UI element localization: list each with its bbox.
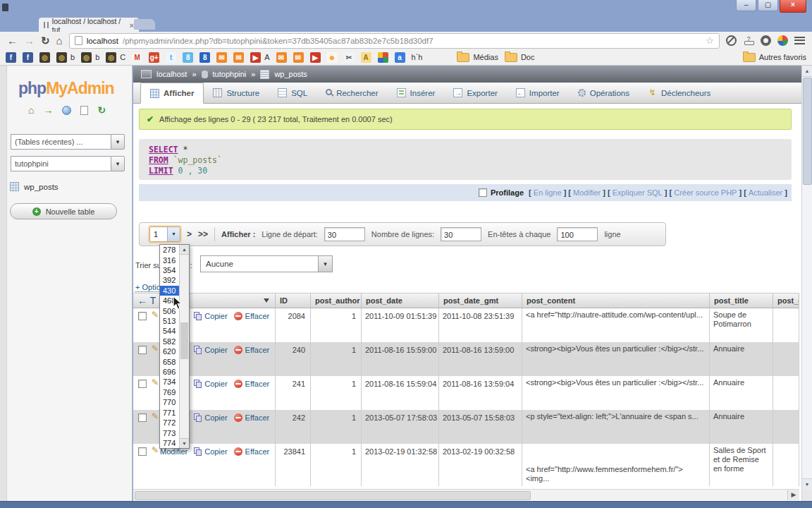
tab-exporter[interactable]: Exporter — [444, 83, 506, 103]
bookmark-item[interactable]: h`h — [412, 53, 423, 61]
globe-icon[interactable] — [62, 106, 71, 115]
profiling-link[interactable]: [ Expliquer SQL ] — [608, 188, 669, 197]
edit-icon[interactable] — [152, 412, 159, 421]
chevron-down-icon[interactable]: ▾ — [111, 134, 125, 150]
page-option-582[interactable]: 582 — [160, 337, 179, 346]
bookmark-favicon[interactable]: ✉ — [276, 52, 287, 63]
bookmark-favicon[interactable]: M — [132, 52, 142, 63]
next-page-button[interactable]: > — [187, 229, 192, 239]
page-option-773[interactable]: 773 — [160, 428, 179, 437]
bookmark-star-icon[interactable]: ☆ — [706, 35, 714, 46]
column-header-post_content[interactable]: post_content — [522, 294, 710, 308]
bookmark-favicon[interactable]: t — [166, 52, 176, 63]
chevron-down-icon[interactable]: ▾ — [167, 227, 180, 241]
forward-icon[interactable]: → — [24, 34, 35, 48]
bookmark-folder-medias[interactable]: Médias — [457, 53, 498, 62]
tab-insérer[interactable]: Insérer — [388, 83, 445, 103]
copy-icon[interactable] — [194, 380, 202, 388]
page-option-513[interactable]: 513 — [160, 316, 179, 326]
vertical-scrollbar[interactable]: ▲ ▼ — [801, 66, 812, 490]
page-option-774[interactable]: 774 — [160, 438, 179, 448]
copy-link[interactable]: Copier — [204, 447, 227, 456]
tab-sql[interactable]: SQL — [269, 83, 316, 103]
bookmark-favicon[interactable]: ✂ — [344, 52, 355, 63]
row-count-input[interactable] — [441, 227, 481, 241]
breadcrumb-database[interactable]: tutophpini — [213, 70, 247, 78]
start-row-input[interactable] — [324, 227, 365, 241]
bookmark-favicon[interactable] — [378, 52, 388, 63]
scroll-up-icon[interactable]: ▲ — [802, 66, 812, 77]
database-select[interactable]: tutophpini ▾ — [11, 156, 125, 171]
horizontal-scrollbar[interactable]: ▶ — [133, 489, 799, 500]
bookmark-favicon[interactable]: ✉ — [216, 52, 227, 63]
page-option-278[interactable]: 278 — [160, 245, 179, 255]
copy-link[interactable]: Copier — [204, 312, 227, 321]
dropdown-scrollbar[interactable]: ▲ ▼ — [179, 245, 189, 448]
bookmark-favicon[interactable]: a — [395, 52, 405, 63]
extension-shortcut-icon[interactable]: ? — [743, 36, 754, 45]
bookmark-favicon[interactable]: g+ — [149, 52, 159, 63]
column-header-ID[interactable]: ID — [276, 294, 311, 308]
scroll-down-icon[interactable]: ▼ — [180, 438, 189, 448]
bookmark-favicon[interactable]: ✉ — [293, 52, 304, 63]
menu-icon[interactable] — [794, 37, 805, 44]
delete-link[interactable]: Effacer — [245, 380, 270, 389]
scroll-up-icon[interactable]: ▲ — [180, 245, 189, 255]
page-option-354[interactable]: 354 — [160, 265, 179, 275]
scroll-down-icon[interactable]: ▼ — [802, 478, 812, 490]
chevron-down-icon[interactable]: ▾ — [111, 156, 125, 171]
bookmark-favicon[interactable]: A — [361, 52, 371, 63]
other-favorites-folder[interactable]: Autres favoris — [743, 53, 806, 62]
home-icon[interactable]: ⌂ — [28, 104, 34, 116]
breadcrumb-table[interactable]: wp_posts — [274, 70, 307, 78]
column-header-post_author[interactable]: post_author — [311, 294, 362, 308]
bookmark-favicon[interactable]: ◎ — [39, 52, 50, 63]
bookmark-favicon[interactable]: ◎ — [56, 52, 67, 63]
copy-icon[interactable] — [194, 312, 202, 320]
page-option-771[interactable]: 771 — [160, 408, 179, 418]
recent-tables-select[interactable]: (Tables récentes) ... ▾ — [11, 134, 125, 150]
profiling-checkbox[interactable] — [479, 188, 487, 197]
extension-sync-icon[interactable] — [726, 35, 737, 46]
tab-structure[interactable]: Structure — [204, 83, 269, 103]
delete-icon[interactable] — [234, 380, 242, 388]
bookmark-favicon[interactable]: ▶ — [250, 52, 261, 63]
bookmark-favicon[interactable]: ▶ — [310, 52, 321, 63]
page-number-select[interactable]: 1 ▾ — [149, 226, 180, 242]
page-option-392[interactable]: 392 — [160, 275, 179, 285]
new-table-button[interactable]: + Nouvelle table — [10, 203, 117, 219]
scrollbar-thumb[interactable] — [803, 78, 812, 185]
profiling-link[interactable]: [ Actualiser ] — [744, 188, 787, 197]
bookmark-folder-doc[interactable]: Doc — [505, 53, 535, 62]
bookmark-favicon[interactable]: 8 — [199, 52, 210, 63]
column-header-post_date_gmt[interactable]: post_date_gmt — [439, 294, 522, 308]
reload-icon[interactable]: ↻ — [41, 34, 50, 48]
bookmark-favicon[interactable]: ✉ — [233, 52, 244, 63]
delete-icon[interactable] — [234, 312, 242, 320]
tab-afficher[interactable]: Afficher — [140, 83, 204, 104]
page-option-658[interactable]: 658 — [160, 356, 179, 366]
last-page-button[interactable]: >> — [198, 229, 208, 239]
column-header-post_e[interactable]: post_e — [773, 294, 799, 308]
page-option-769[interactable]: 769 — [160, 387, 179, 397]
row-checkbox[interactable] — [138, 346, 147, 354]
copy-icon[interactable] — [194, 447, 202, 456]
bookmark-label[interactable]: b — [70, 53, 75, 61]
gear-icon[interactable] — [761, 35, 771, 46]
scrollbar-thumb[interactable] — [180, 322, 188, 359]
delete-link[interactable]: Effacer — [245, 312, 270, 321]
sidebar-item-wp-posts[interactable]: wp_posts — [10, 182, 132, 191]
delete-link[interactable]: Effacer — [245, 413, 270, 423]
profiling-link[interactable]: [ En ligne ] — [529, 188, 568, 197]
copy-icon[interactable] — [194, 413, 202, 422]
headers-every-input[interactable] — [557, 227, 598, 241]
bookmark-label[interactable]: C — [120, 53, 125, 61]
column-header-post_title[interactable]: post_title — [710, 294, 773, 308]
row-checkbox[interactable] — [138, 447, 147, 456]
address-bar[interactable]: localhost /phpmyadmin/index.php?db=tutop… — [69, 33, 720, 49]
bookmark-favicon[interactable]: f — [23, 52, 33, 63]
scroll-right-icon[interactable]: ▶ — [787, 490, 799, 500]
sort-index-select[interactable]: Aucune ▾ — [200, 255, 333, 272]
page-option-430[interactable]: 430 — [160, 286, 179, 296]
edit-icon[interactable] — [152, 378, 159, 387]
